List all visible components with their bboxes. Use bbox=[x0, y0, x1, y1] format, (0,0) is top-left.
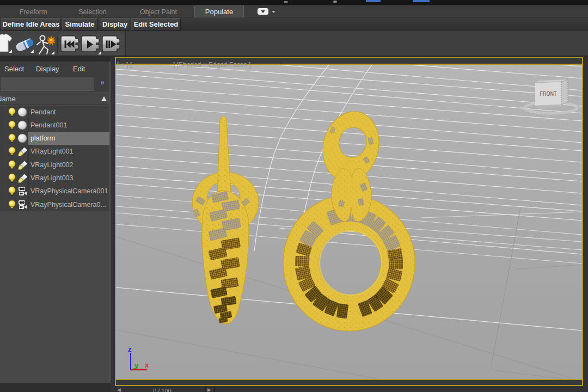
svg-text:z: z bbox=[128, 345, 132, 353]
svg-text:x: x bbox=[145, 361, 149, 369]
svg-text:FRONT: FRONT bbox=[540, 91, 557, 97]
